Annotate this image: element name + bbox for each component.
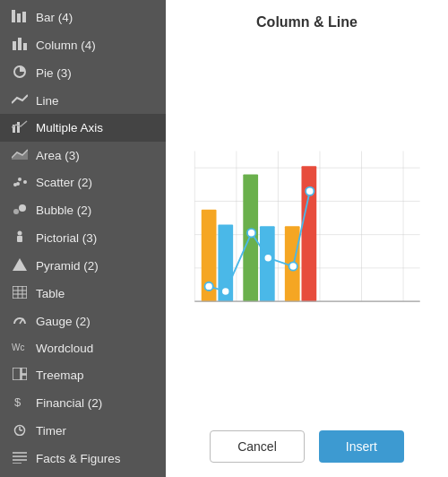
area-icon (11, 148, 29, 162)
main-panel: Column & Line (166, 0, 448, 477)
sidebar-item-facts-label: Facts & Figures (36, 452, 155, 465)
sidebar-item-area[interactable]: Area (3) (0, 142, 166, 169)
svg-rect-50 (243, 175, 258, 302)
gauge-icon (11, 314, 29, 328)
column-line-chart (186, 123, 428, 338)
multiple-axis-icon (11, 120, 29, 135)
chart-area (184, 43, 430, 418)
treemap-icon (11, 368, 29, 383)
sidebar: Bar (4)Column (4)Pie (3)LineMultiple Axi… (0, 0, 166, 477)
sidebar-item-financial[interactable]: $Financial (2) (0, 389, 166, 417)
svg-rect-17 (17, 236, 22, 242)
svg-text:$: $ (14, 395, 22, 408)
sidebar-item-bubble-label: Bubble (2) (36, 204, 155, 217)
svg-rect-3 (13, 41, 16, 50)
sidebar-item-pictorial[interactable]: Pictorial (3) (0, 224, 166, 252)
bar-icon (11, 10, 29, 25)
svg-rect-8 (17, 122, 20, 133)
sidebar-item-line-label: Line (36, 94, 155, 108)
pyramid-icon (11, 258, 29, 273)
svg-point-55 (221, 287, 229, 295)
svg-point-14 (13, 209, 19, 214)
financial-icon: $ (11, 395, 29, 411)
sidebar-item-treemap[interactable]: Treemap (0, 361, 166, 389)
svg-point-56 (246, 229, 254, 237)
sidebar-item-pyramid-label: Pyramid (2) (36, 259, 155, 273)
svg-point-16 (18, 231, 22, 236)
sidebar-item-area-label: Area (3) (36, 149, 155, 162)
svg-rect-2 (22, 12, 26, 22)
sidebar-item-pictorial-label: Pictorial (3) (36, 231, 155, 245)
cancel-button[interactable]: Cancel (210, 430, 305, 463)
sidebar-item-scatter[interactable]: Scatter (2) (0, 169, 166, 196)
sidebar-item-multiple-axis-label: Multiple Axis (36, 121, 155, 134)
wordcloud-icon: Wc (11, 341, 29, 355)
svg-text:Wc: Wc (12, 343, 24, 352)
sidebar-item-wordcloud[interactable]: WcWordcloud (0, 334, 166, 361)
svg-rect-5 (23, 43, 27, 50)
chart-title: Column & Line (184, 14, 430, 30)
sidebar-item-pyramid[interactable]: Pyramid (2) (0, 252, 166, 280)
sidebar-item-column-label: Column (4) (36, 39, 155, 52)
insert-button[interactable]: Insert (319, 430, 404, 463)
sidebar-item-bar[interactable]: Bar (4) (0, 4, 166, 31)
sidebar-item-bar-label: Bar (4) (36, 11, 155, 24)
bubble-icon (11, 203, 29, 218)
sidebar-item-bubble[interactable]: Bubble (2) (0, 196, 166, 224)
svg-point-54 (204, 282, 212, 291)
sidebar-item-pie-label: Pie (3) (36, 66, 155, 80)
svg-point-59 (306, 187, 314, 195)
facts-icon (11, 451, 29, 466)
svg-point-15 (19, 204, 26, 212)
svg-rect-19 (13, 286, 27, 299)
sidebar-item-column[interactable]: Column (4) (0, 31, 166, 59)
footer-buttons: Cancel Insert (184, 418, 430, 463)
sidebar-item-gauge[interactable]: Gauge (2) (0, 308, 166, 334)
table-icon (11, 286, 29, 301)
svg-point-58 (289, 262, 297, 270)
sidebar-item-multiple-axis[interactable]: Multiple Axis (0, 114, 166, 142)
svg-point-57 (263, 254, 271, 262)
sidebar-item-timer-label: Timer (36, 424, 155, 438)
sidebar-item-gauge-label: Gauge (2) (36, 315, 155, 328)
svg-rect-4 (18, 38, 22, 50)
svg-rect-1 (17, 13, 21, 22)
sidebar-item-wordcloud-label: Wordcloud (36, 342, 155, 355)
pictorial-icon (11, 230, 29, 246)
sidebar-item-financial-label: Financial (2) (36, 396, 155, 410)
svg-rect-28 (22, 375, 27, 380)
sidebar-item-table[interactable]: Table (0, 280, 166, 308)
svg-rect-51 (259, 226, 274, 301)
sidebar-item-pie[interactable]: Pie (3) (0, 59, 166, 87)
sidebar-item-line[interactable]: Line (0, 87, 166, 114)
sidebar-item-facts[interactable]: Facts & Figures (0, 445, 166, 473)
svg-rect-0 (12, 10, 15, 22)
sidebar-item-timer[interactable]: Timer (0, 417, 166, 445)
svg-marker-18 (13, 258, 27, 271)
sidebar-item-scatter-label: Scatter (2) (36, 176, 155, 189)
svg-point-13 (16, 182, 20, 186)
svg-point-11 (18, 178, 22, 181)
sidebar-item-table-label: Table (36, 287, 155, 300)
svg-rect-27 (22, 368, 27, 374)
scatter-icon (11, 175, 29, 190)
pie-icon (11, 65, 29, 81)
svg-rect-26 (13, 368, 21, 380)
timer-icon (11, 423, 29, 438)
sidebar-item-treemap-label: Treemap (36, 369, 155, 382)
line-icon (11, 93, 29, 108)
column-icon (11, 38, 29, 53)
svg-point-12 (23, 180, 27, 184)
